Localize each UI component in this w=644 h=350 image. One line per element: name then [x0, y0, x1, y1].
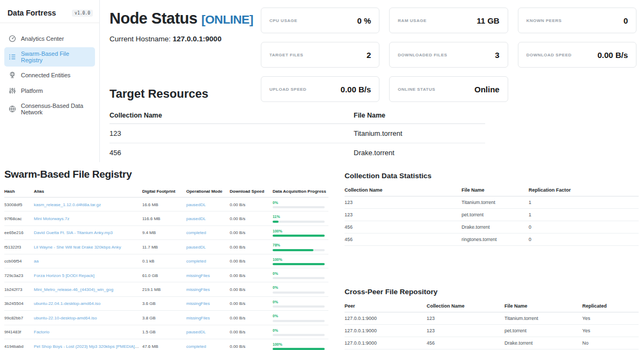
alias-link[interactable]: ubuntu-22.04.1-desktop-amd64.iso: [34, 301, 100, 306]
mode-link[interactable]: completed: [186, 230, 206, 235]
mode-link[interactable]: pausedDL: [186, 245, 206, 250]
speed-cell: 0.00 B/s: [230, 339, 273, 350]
size-cell: 219.1 MB: [142, 282, 186, 296]
alias-link[interactable]: Mini Motorways.7z: [34, 216, 69, 221]
mode-link[interactable]: completed: [186, 259, 206, 264]
mode-link[interactable]: pausedDL: [186, 216, 206, 221]
sidebar-header: Data Fortress v1.0.0: [0, 6, 99, 23]
speed-cell: 0.00 B/s: [230, 325, 273, 339]
speed-cell: 0.00 B/s: [230, 225, 273, 239]
cell: Yes: [582, 312, 639, 325]
sidebar-item-connected-entities[interactable]: Connected Entities: [4, 68, 95, 82]
progress-label: 100%: [273, 229, 327, 234]
hash-cell: 3b245504: [4, 296, 34, 310]
size-cell: 116.6 MB: [142, 212, 186, 225]
registry-title: Swarm-Based File Registry: [4, 169, 330, 180]
mode-cell: missingFiles: [186, 311, 230, 325]
stat-value: 0 %: [357, 16, 371, 25]
size-cell: 3.8 GB: [142, 311, 186, 325]
progress-cell: 11%: [273, 212, 328, 225]
mode-link[interactable]: completed: [186, 344, 206, 349]
sliders-icon: [9, 87, 16, 94]
stat-card-target-files: TARGET FILES2: [261, 42, 379, 68]
mode-cell: completed: [186, 254, 230, 268]
mode-cell: pausedDL: [186, 198, 230, 212]
column-header-operational-mode: Operational Mode: [186, 186, 230, 198]
sidebar-item-swarm-based-file-registry[interactable]: Swarm-Based File Registry: [4, 47, 95, 67]
alias-link[interactable]: Forza Horizon 5 [DODI Repack]: [34, 273, 94, 278]
mode-link[interactable]: missingFiles: [186, 287, 210, 292]
alias-cell: kasm_release_1.12.0.d4fd8a.tar.gz: [34, 198, 142, 212]
stat-label: DOWNLOAD SPEED: [526, 53, 572, 57]
mode-link[interactable]: pausedDL: [186, 330, 206, 334]
top-section: Data Fortress v1.0.0 Analytics CenterSwa…: [0, 0, 644, 162]
progress-cell: 100%: [273, 254, 328, 268]
mode-link[interactable]: missingFiles: [186, 316, 210, 320]
alias-link[interactable]: Pet Shop Boys - Lost (2023) Mp3 320kbps …: [34, 344, 139, 349]
column-header-file-name: File Name: [462, 184, 529, 196]
alias-link[interactable]: Factorio: [34, 330, 49, 334]
target-resource-row: 456Drake.torrent: [109, 143, 485, 163]
alias-cell: aa: [34, 254, 142, 268]
column-header-download-speed: Download Speed: [230, 186, 273, 198]
column-header-hash: Hash: [4, 186, 34, 198]
column-header-file-name: File Name: [354, 107, 485, 124]
alias-link[interactable]: kasm_release_1.12.0.d4fd8a.tar.gz: [34, 202, 101, 207]
progress-bar: [273, 249, 325, 251]
alias-link[interactable]: aa: [34, 259, 39, 264]
node-header-block: Node Status [ONLINE] Current Hostname: 1…: [109, 8, 255, 102]
target-resources-title: Target Resources: [109, 87, 255, 102]
alias-cell: Mini_Metro_release-46_(44304)_win_gog: [34, 282, 142, 296]
progress-label: 100%: [273, 342, 327, 347]
registry-row: 53008df5kasm_release_1.12.0.d4fd8a.tar.g…: [4, 198, 328, 212]
column-header-data-acquisition-progress: Data Acquisition Progress: [273, 186, 328, 198]
progress-cell: 78%: [273, 240, 328, 254]
stat-label: TARGET FILES: [269, 53, 303, 57]
speed-cell: 0.00 B/s: [230, 268, 273, 282]
mode-link[interactable]: missingFiles: [186, 273, 210, 278]
progress-label: 0%: [273, 201, 327, 205]
alias-link[interactable]: Lil Wayne - She Will feat Drake 320kbps …: [34, 245, 121, 250]
sidebar-item-consensus-based-data-network[interactable]: Consensus-Based Data Network: [4, 99, 95, 119]
statistics-section: Collection Data Statistics Collection Na…: [345, 165, 639, 350]
cell: 456: [345, 234, 462, 246]
progress-label: 0%: [273, 329, 327, 333]
registry-row: 4194babdPet Shop Boys - Lost (2023) Mp3 …: [4, 339, 328, 350]
speed-cell: 0.00 B/s: [230, 282, 273, 296]
progress-bar: [273, 221, 325, 223]
sidebar-item-analytics-center[interactable]: Analytics Center: [4, 32, 95, 46]
mode-cell: pausedDL: [186, 240, 230, 254]
alias-cell: Factorio: [34, 325, 142, 339]
sidebar-item-platform[interactable]: Platform: [4, 84, 95, 98]
stat-card-downloaded-files: DOWNLOADED FILES3: [389, 42, 508, 68]
stat-label: RAM USAGE: [398, 18, 426, 23]
progress-label: 0%: [273, 286, 327, 290]
stat-value: 2: [367, 50, 371, 60]
cell: 1: [529, 196, 639, 209]
collection-stats-row: 123pet.torrent1: [345, 209, 639, 221]
cell: Yes: [582, 325, 639, 337]
alias-link[interactable]: Mini_Metro_release-46_(44304)_win_gog: [34, 287, 113, 292]
alias-cell: Pet Shop Boys - Lost (2023) Mp3 320kbps …: [34, 339, 142, 350]
mode-link[interactable]: pausedDL: [186, 202, 206, 207]
mode-link[interactable]: missingFiles: [186, 301, 210, 306]
globe-stand-icon: [9, 71, 16, 79]
collection-stats-title: Collection Data Statistics: [345, 172, 639, 180]
hash-cell: ccb06f54: [4, 254, 34, 268]
alias-link[interactable]: ubuntu-22.10-desktop-amd64.iso: [34, 316, 97, 320]
alias-link[interactable]: David Guetta Ft. SIA - Titanium Anky.mp3: [34, 230, 113, 235]
progress-cell: 0%: [273, 311, 328, 325]
registry-row: 1b242f73Mini_Metro_release-46_(44304)_wi…: [4, 282, 328, 296]
stat-card-download-speed: DOWNLOAD SPEED0.00 B/s: [518, 42, 636, 68]
column-header-collection-name: Collection Name: [427, 300, 504, 312]
cell: 123: [345, 209, 462, 221]
progress-label: 78%: [273, 243, 327, 247]
progress-cell: 0%: [273, 268, 328, 282]
bottom-section: Swarm-Based File Registry HashAliasDigit…: [0, 162, 644, 350]
column-header-replicated: Replicated: [582, 300, 639, 312]
hash-cell: 99c82bb7: [4, 311, 34, 325]
stat-label: CPU USAGE: [269, 18, 297, 23]
progress-bar: [273, 320, 325, 322]
column-header-alias: Alias: [34, 186, 142, 198]
progress-label: 0%: [273, 272, 327, 276]
